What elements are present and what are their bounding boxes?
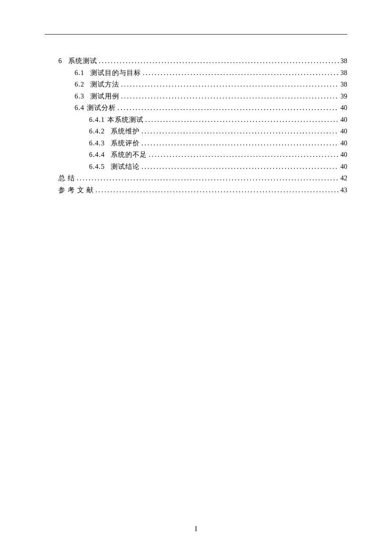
toc-leader bbox=[147, 149, 339, 161]
document-page: 6系统测试386.1测试目的与目标386.2测试方法386.3测试用例396.4… bbox=[0, 0, 392, 196]
toc-leader bbox=[94, 184, 339, 196]
toc-leader bbox=[97, 55, 339, 67]
toc-number: 6.4 bbox=[75, 102, 84, 114]
page-footer: I bbox=[0, 525, 392, 533]
toc-page: 42 bbox=[339, 172, 347, 184]
page-number: I bbox=[195, 525, 197, 532]
toc-leader bbox=[141, 67, 339, 79]
toc-leader bbox=[116, 102, 339, 114]
toc-number: 6.4.5 bbox=[89, 161, 105, 173]
table-of-contents: 6系统测试386.1测试目的与目标386.2测试方法386.3测试用例396.4… bbox=[45, 55, 347, 196]
toc-label: 测试方法 bbox=[90, 78, 119, 90]
toc-leader bbox=[119, 90, 339, 102]
toc-label: 参 考 文 献 bbox=[58, 184, 94, 196]
toc-page: 43 bbox=[339, 184, 347, 196]
toc-number: 6.3 bbox=[75, 90, 84, 102]
toc-page: 40 bbox=[339, 102, 347, 114]
toc-page: 40 bbox=[339, 137, 347, 149]
toc-leader bbox=[144, 114, 339, 126]
header-rule bbox=[45, 34, 347, 35]
toc-page: 40 bbox=[339, 114, 347, 126]
toc-entry: 总 结42 bbox=[45, 172, 347, 184]
toc-label: 测试目的与目标 bbox=[90, 67, 141, 79]
toc-entry: 6.4测试分析40 bbox=[45, 102, 347, 114]
toc-page: 38 bbox=[339, 78, 347, 90]
toc-number: 6.4.2 bbox=[89, 125, 105, 137]
toc-entry: 6.1测试目的与目标38 bbox=[45, 67, 347, 79]
toc-page: 40 bbox=[339, 149, 347, 161]
toc-label: 系统的不足 bbox=[111, 149, 147, 161]
toc-entry: 6.4.4系统的不足40 bbox=[45, 149, 347, 161]
toc-page: 38 bbox=[339, 55, 347, 67]
toc-label: 系统维护 bbox=[111, 125, 140, 137]
toc-page: 40 bbox=[339, 161, 347, 173]
toc-number: 6.1 bbox=[75, 67, 84, 79]
toc-entry: 6.3测试用例39 bbox=[45, 90, 347, 102]
toc-entry: 6.4.5测试结论40 bbox=[45, 161, 347, 173]
toc-number: 6.4.1 bbox=[89, 114, 105, 126]
toc-number: 6.2 bbox=[75, 78, 84, 90]
toc-label: 测试用例 bbox=[90, 90, 119, 102]
toc-number: 6.4.4 bbox=[89, 149, 105, 161]
toc-leader bbox=[119, 78, 339, 90]
toc-entry: 6.4.3系统评价40 bbox=[45, 137, 347, 149]
toc-entry: 6.2测试方法38 bbox=[45, 78, 347, 90]
toc-entry: 6.4.1本系统测试40 bbox=[45, 114, 347, 126]
toc-entry: 参 考 文 献43 bbox=[45, 184, 347, 196]
toc-leader bbox=[140, 125, 339, 137]
toc-leader bbox=[140, 137, 339, 149]
toc-label: 系统评价 bbox=[111, 137, 140, 149]
toc-leader bbox=[140, 161, 339, 173]
toc-page: 38 bbox=[339, 67, 347, 79]
toc-label: 测试分析 bbox=[87, 102, 116, 114]
toc-page: 40 bbox=[339, 125, 347, 137]
toc-label: 本系统测试 bbox=[107, 114, 144, 126]
toc-label: 总 结 bbox=[58, 172, 75, 184]
toc-page: 39 bbox=[339, 90, 347, 102]
toc-leader bbox=[75, 172, 339, 184]
toc-entry: 6系统测试38 bbox=[45, 55, 347, 67]
toc-label: 测试结论 bbox=[111, 161, 140, 173]
toc-entry: 6.4.2系统维护40 bbox=[45, 125, 347, 137]
toc-number: 6 bbox=[58, 55, 62, 67]
toc-label: 系统测试 bbox=[68, 55, 97, 67]
toc-number: 6.4.3 bbox=[89, 137, 105, 149]
